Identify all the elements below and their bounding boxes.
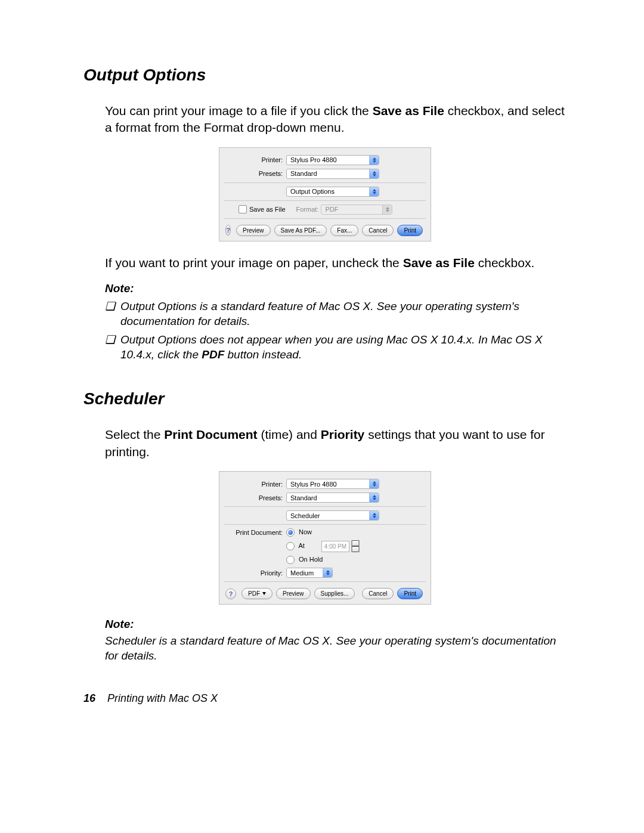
label-printer: Printer: (219, 481, 286, 488)
dropdown-pane[interactable]: Scheduler (286, 510, 379, 521)
dropdown-presets[interactable]: Standard (286, 493, 379, 503)
label-priority: Priority: (219, 569, 286, 577)
chevron-updown-icon (369, 479, 379, 488)
page-number: 16 (83, 692, 95, 704)
save-as-pdf-button[interactable]: Save As PDF... (274, 225, 327, 236)
note-label-1: Note: (83, 282, 566, 295)
pdf-menu-button[interactable]: PDF (242, 588, 273, 599)
chevron-updown-icon (369, 511, 379, 520)
chevron-down-icon (262, 592, 266, 595)
dialog-scheduler: Printer: Stylus Pro 4880 Presets: Standa… (219, 471, 431, 605)
footer: 16 Printing with Mac OS X (83, 692, 218, 705)
dropdown-priority[interactable]: Medium (286, 568, 333, 578)
chevron-updown-icon (369, 156, 379, 165)
bullet-icon: ❏ (105, 332, 120, 362)
para-output-1: You can print your image to a file if yo… (83, 103, 566, 137)
para-scheduler-1: Select the Print Document (time) and Pri… (83, 426, 566, 460)
help-icon[interactable]: ? (225, 225, 231, 236)
supplies-button[interactable]: Supplies... (314, 588, 355, 599)
print-button[interactable]: Print (397, 588, 423, 599)
fax-button[interactable]: Fax... (330, 225, 358, 236)
bullet-icon: ❏ (105, 299, 120, 329)
note-text: Output Options does not appear when you … (120, 332, 566, 362)
chevron-updown-icon (323, 568, 332, 577)
preview-button[interactable]: Preview (236, 225, 271, 236)
time-stepper[interactable] (351, 540, 360, 552)
label-save-as-file: Save as File (249, 206, 286, 213)
dropdown-printer[interactable]: Stylus Pro 4880 (286, 479, 379, 489)
chevron-updown-icon (369, 493, 379, 502)
label-printer: Printer: (219, 156, 286, 163)
heading-scheduler: Scheduler (83, 389, 566, 408)
note-list-1: ❏ Output Options is a standard feature o… (83, 299, 566, 362)
label-at: At (298, 542, 304, 549)
dropdown-presets[interactable]: Standard (286, 169, 379, 179)
dropdown-format: PDF (321, 205, 392, 215)
dropdown-printer[interactable]: Stylus Pro 4880 (286, 155, 379, 165)
dialog-output-options: Printer: Stylus Pro 4880 Presets: Standa… (219, 147, 431, 241)
label-on-hold: On Hold (299, 556, 323, 563)
note-label-2: Note: (83, 618, 566, 631)
radio-on-hold[interactable] (286, 556, 295, 564)
chevron-updown-icon (369, 187, 379, 196)
page: Output Options You can print your image … (0, 0, 644, 833)
checkbox-save-as-file[interactable] (239, 205, 247, 213)
footer-title: Printing with Mac OS X (107, 692, 218, 704)
heading-output-options: Output Options (83, 66, 566, 85)
label-presets: Presets: (219, 170, 286, 177)
label-now: Now (299, 528, 312, 535)
label-presets: Presets: (219, 494, 286, 501)
cancel-button[interactable]: Cancel (362, 225, 394, 236)
cancel-button[interactable]: Cancel (362, 588, 394, 599)
label-format: Format: (296, 206, 319, 213)
chevron-updown-icon (369, 169, 379, 178)
note-text-scheduler: Scheduler is a standard feature of Mac O… (83, 633, 566, 663)
time-field[interactable]: 4:00 PM (321, 541, 349, 552)
chevron-updown-icon (382, 205, 392, 214)
note-text: Output Options is a standard feature of … (120, 299, 566, 329)
label-print-document: Print Document: (219, 529, 286, 536)
radio-now[interactable] (286, 528, 295, 537)
help-icon[interactable]: ? (225, 589, 236, 599)
preview-button[interactable]: Preview (276, 588, 311, 599)
print-button[interactable]: Print (397, 225, 423, 236)
dropdown-pane[interactable]: Output Options (286, 187, 379, 197)
para-output-2: If you want to print your image on paper… (83, 255, 566, 271)
radio-at[interactable] (286, 542, 295, 550)
